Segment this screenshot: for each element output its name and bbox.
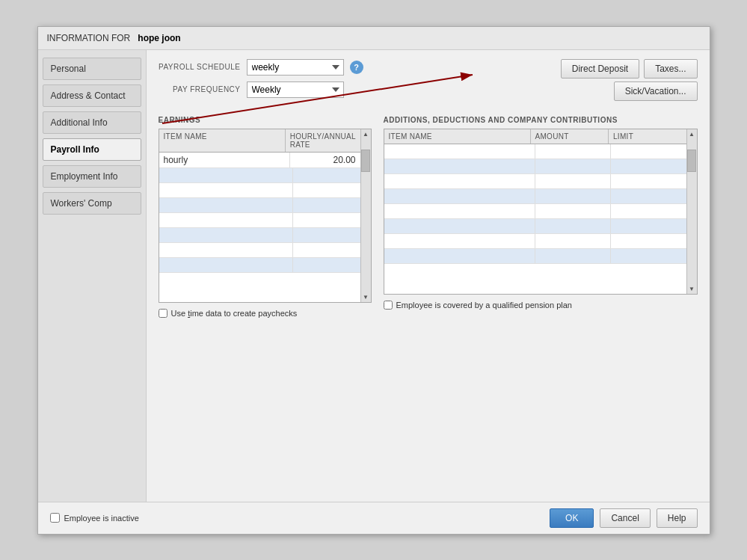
table-row[interactable] — [384, 204, 686, 219]
table-row[interactable] — [384, 174, 686, 189]
ok-button[interactable]: OK — [550, 508, 594, 528]
pension-checkbox[interactable] — [384, 301, 393, 310]
pension-label: Employee is covered by a qualified pensi… — [396, 301, 572, 310]
inactive-label: Employee is inactive — [64, 514, 139, 523]
earnings-title: EARNINGS — [159, 116, 372, 124]
dialog-body: Personal Address & Contact Additional In… — [38, 50, 710, 502]
sidebar: Personal Address & Contact Additional In… — [38, 50, 147, 502]
sidebar-item-address-contact[interactable]: Address & Contact — [43, 84, 141, 107]
earnings-panel: EARNINGS ITEM NAME HOURLY/ANNUAL RATE ho… — [159, 116, 372, 493]
earnings-col-rate: HOURLY/ANNUAL RATE — [286, 129, 360, 152]
additions-table-body — [384, 144, 686, 294]
dialog-footer: Employee is inactive OK Cancel Help — [38, 502, 710, 534]
table-row[interactable] — [159, 168, 360, 183]
additions-title: ADDITIONS, DEDUCTIONS AND COMPANY CONTRI… — [384, 116, 698, 124]
sidebar-item-personal[interactable]: Personal — [43, 58, 141, 80]
additions-table-header: ITEM NAME AMOUNT LIMIT — [384, 129, 686, 144]
earnings-table-body: hourly 20.00 — [159, 153, 360, 302]
table-row[interactable] — [159, 213, 360, 228]
employee-name: hope joon — [138, 33, 180, 43]
pay-frequency-row: PAY FREQUENCY Weekly — [159, 81, 363, 98]
payroll-schedule-row: PAYROLL SCHEDULE weekly bi-weekly semi-m… — [159, 59, 363, 76]
tables-section: EARNINGS ITEM NAME HOURLY/ANNUAL RATE ho… — [159, 116, 698, 493]
time-data-label: Use time data to create paychecks — [171, 309, 298, 318]
additions-scroll-up-arrow[interactable]: ▲ — [687, 129, 696, 139]
table-row[interactable] — [384, 219, 686, 234]
pay-frequency-label: PAY FREQUENCY — [159, 85, 241, 93]
earnings-scrollbar[interactable]: ▲ ▼ — [360, 129, 371, 302]
footer-right: OK Cancel Help — [550, 508, 697, 528]
earnings-table: ITEM NAME HOURLY/ANNUAL RATE hourly 20.0… — [159, 129, 360, 302]
table-row[interactable] — [384, 144, 686, 159]
table-row[interactable] — [159, 183, 360, 198]
help-icon[interactable]: ? — [350, 61, 363, 74]
footer-left: Employee is inactive — [50, 513, 139, 523]
earnings-rate: 20.00 — [290, 153, 360, 167]
main-content: PAYROLL SCHEDULE weekly bi-weekly semi-m… — [147, 50, 710, 502]
additions-col-limit: LIMIT — [609, 129, 686, 144]
pay-frequency-select[interactable]: Weekly — [247, 81, 344, 98]
sick-vacation-button[interactable]: Sick/Vacation... — [614, 81, 698, 101]
sidebar-item-payroll-info[interactable]: Payroll Info — [43, 138, 141, 161]
top-buttons: Direct Deposit Taxes... Sick/Vacation... — [561, 59, 698, 101]
additions-panel: ADDITIONS, DEDUCTIONS AND COMPANY CONTRI… — [384, 116, 698, 493]
payroll-fields: PAYROLL SCHEDULE weekly bi-weekly semi-m… — [159, 59, 363, 98]
earnings-table-container: ITEM NAME HOURLY/ANNUAL RATE hourly 20.0… — [159, 129, 372, 303]
inactive-checkbox[interactable] — [50, 513, 60, 523]
top-row: PAYROLL SCHEDULE weekly bi-weekly semi-m… — [159, 59, 698, 101]
additions-table-container: ITEM NAME AMOUNT LIMIT — [384, 129, 698, 295]
table-row[interactable] — [384, 234, 686, 249]
table-row[interactable] — [384, 249, 686, 264]
table-row[interactable] — [159, 198, 360, 213]
additions-col-item-name: ITEM NAME — [384, 129, 531, 144]
scroll-down-arrow[interactable]: ▼ — [361, 292, 370, 302]
taxes-button[interactable]: Taxes... — [644, 59, 697, 79]
payroll-schedule-select[interactable]: weekly bi-weekly semi-monthly monthly — [247, 59, 344, 76]
table-row[interactable] — [159, 243, 360, 258]
scroll-up-arrow[interactable]: ▲ — [361, 129, 370, 139]
top-buttons-row1: Direct Deposit Taxes... — [561, 59, 698, 79]
earnings-col-item-name: ITEM NAME — [159, 129, 286, 152]
main-dialog: INFORMATION FOR hope joon Personal Addre… — [37, 26, 710, 535]
sidebar-item-employment-info[interactable]: Employment Info — [43, 165, 141, 188]
cancel-button[interactable]: Cancel — [600, 508, 650, 528]
earnings-table-header: ITEM NAME HOURLY/ANNUAL RATE — [159, 129, 360, 153]
additions-scroll-down-arrow[interactable]: ▼ — [687, 284, 696, 294]
table-row[interactable] — [159, 258, 360, 273]
header-prefix: INFORMATION FOR — [47, 33, 131, 43]
sidebar-item-workers-comp[interactable]: Workers' Comp — [43, 192, 141, 215]
earnings-item-name: hourly — [159, 153, 291, 167]
additions-scrollbar[interactable]: ▲ ▼ — [686, 129, 697, 294]
direct-deposit-button[interactable]: Direct Deposit — [561, 59, 639, 79]
scroll-thumb[interactable] — [361, 150, 370, 172]
additions-scroll-thumb[interactable] — [687, 150, 696, 172]
table-row[interactable] — [159, 228, 360, 243]
time-data-checkbox[interactable] — [159, 309, 167, 318]
earnings-checkbox-row: Use time data to create paychecks — [159, 309, 372, 318]
sidebar-item-additional-info[interactable]: Additional Info — [43, 111, 141, 134]
pension-checkbox-row: Employee is covered by a qualified pensi… — [384, 301, 698, 310]
payroll-schedule-label: PAYROLL SCHEDULE — [159, 63, 241, 71]
additions-table: ITEM NAME AMOUNT LIMIT — [384, 129, 686, 294]
help-button[interactable]: Help — [657, 508, 698, 528]
table-row[interactable] — [384, 189, 686, 204]
additions-col-amount: AMOUNT — [531, 129, 609, 144]
table-row[interactable] — [384, 159, 686, 174]
table-row[interactable]: hourly 20.00 — [159, 153, 360, 168]
dialog-header: INFORMATION FOR hope joon — [38, 27, 710, 50]
